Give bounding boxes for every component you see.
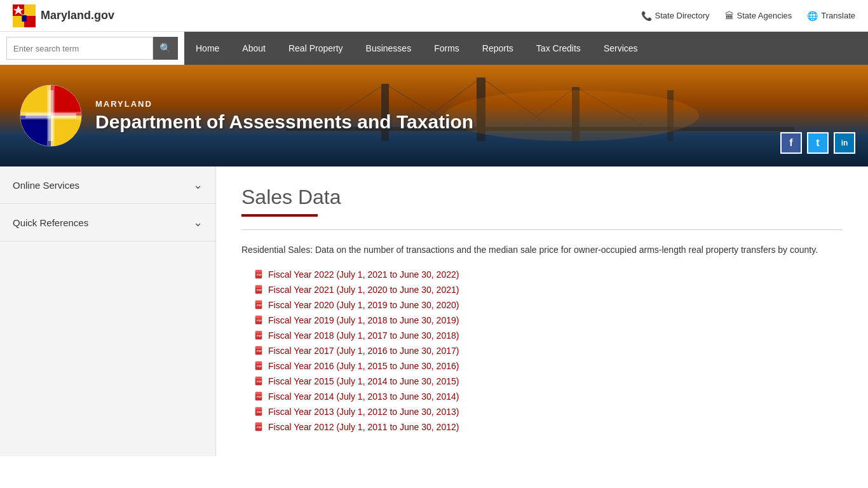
pdf-icon: PDF <box>254 361 264 371</box>
fiscal-year-link-fy2012[interactable]: Fiscal Year 2012 (July 1, 2011 to June 3… <box>268 422 459 432</box>
fiscal-year-link-fy2017[interactable]: Fiscal Year 2017 (July 1, 2016 to June 3… <box>268 346 459 356</box>
pdf-icon: PDF <box>254 285 264 295</box>
list-item: PDF Fiscal Year 2019 (July 1, 2018 to Ju… <box>254 315 843 325</box>
svg-rect-45 <box>255 362 262 364</box>
svg-rect-51 <box>255 392 262 395</box>
svg-rect-42 <box>255 346 262 349</box>
svg-text:PDF: PDF <box>257 273 262 276</box>
fiscal-year-link-fy2022[interactable]: Fiscal Year 2022 (July 1, 2021 to June 3… <box>268 269 459 280</box>
nav-item-real-property[interactable]: Real Property <box>277 32 355 65</box>
list-item: PDF Fiscal Year 2021 (July 1, 2020 to Ju… <box>254 285 843 295</box>
list-item: PDF Fiscal Year 2022 (July 1, 2021 to Ju… <box>254 269 843 280</box>
globe-icon: 🌐 <box>807 11 818 21</box>
fiscal-year-link-fy2015[interactable]: Fiscal Year 2015 (July 1, 2014 to June 3… <box>268 376 459 386</box>
content-area: Sales Data Residential Sales: Data on th… <box>216 166 868 456</box>
svg-rect-33 <box>255 301 262 303</box>
fiscal-year-link-fy2019[interactable]: Fiscal Year 2019 (July 1, 2018 to June 3… <box>268 315 459 325</box>
svg-rect-54 <box>255 407 262 410</box>
nav-item-home[interactable]: Home <box>184 32 231 65</box>
intro-text: Residential Sales: Data on the number of… <box>241 243 843 257</box>
list-item: PDF Fiscal Year 2020 (July 1, 2019 to Ju… <box>254 300 843 310</box>
svg-rect-27 <box>255 270 262 273</box>
svg-text:PDF: PDF <box>257 334 262 337</box>
facebook-icon[interactable]: f <box>780 132 802 154</box>
sidebar-item-quick-references[interactable]: Quick References ⌄ <box>0 204 215 241</box>
fiscal-year-link-fy2020[interactable]: Fiscal Year 2020 (July 1, 2019 to June 3… <box>268 300 459 310</box>
nav-item-services[interactable]: Services <box>592 32 649 65</box>
sidebar-item-online-services[interactable]: Online Services ⌄ <box>0 166 215 204</box>
quick-references-label: Quick References <box>13 217 88 228</box>
search-button[interactable]: 🔍 <box>153 37 178 60</box>
nav-item-about[interactable]: About <box>231 32 277 65</box>
svg-rect-5 <box>22 15 26 22</box>
pdf-icon: PDF <box>254 407 264 417</box>
svg-text:PDF: PDF <box>257 380 262 383</box>
fiscal-year-link-fy2016[interactable]: Fiscal Year 2016 (July 1, 2015 to June 3… <box>268 361 459 371</box>
fiscal-year-link-fy2013[interactable]: Fiscal Year 2013 (July 1, 2012 to June 3… <box>268 407 459 417</box>
search-icon: 🔍 <box>159 43 172 54</box>
state-directory-label: State Directory <box>655 11 710 20</box>
svg-rect-48 <box>255 377 262 379</box>
list-item: PDF Fiscal Year 2018 (July 1, 2017 to Ju… <box>254 330 843 341</box>
maryland-seal-icon <box>19 84 83 147</box>
pdf-icon: PDF <box>254 315 264 325</box>
list-item: PDF Fiscal Year 2016 (July 1, 2015 to Ju… <box>254 361 843 371</box>
pdf-icon: PDF <box>254 300 264 310</box>
pdf-icon: PDF <box>254 391 264 402</box>
chevron-down-icon-2: ⌄ <box>193 215 203 229</box>
nav-item-tax-credits[interactable]: Tax Credits <box>525 32 592 65</box>
nav-item-businesses[interactable]: Businesses <box>355 32 423 65</box>
translate-link[interactable]: 🌐 Translate <box>807 11 855 21</box>
pdf-icon: PDF <box>254 269 264 280</box>
hero-title-area: MARYLAND Department of Assessments and T… <box>95 99 473 133</box>
list-item: PDF Fiscal Year 2014 (July 1, 2013 to Ju… <box>254 391 843 402</box>
chevron-down-icon: ⌄ <box>193 178 203 192</box>
svg-text:PDF: PDF <box>257 410 262 414</box>
fiscal-year-link-fy2018[interactable]: Fiscal Year 2018 (July 1, 2017 to June 3… <box>268 330 459 341</box>
main-content: Online Services ⌄ Quick References ⌄ Sal… <box>0 166 868 456</box>
sidebar: Online Services ⌄ Quick References ⌄ <box>0 166 216 456</box>
state-agencies-link[interactable]: 🏛 State Agencies <box>725 11 792 21</box>
fiscal-year-link-fy2021[interactable]: Fiscal Year 2021 (July 1, 2020 to June 3… <box>268 285 459 295</box>
list-item: PDF Fiscal Year 2012 (July 1, 2011 to Ju… <box>254 422 843 432</box>
twitter-icon[interactable]: t <box>807 132 829 154</box>
svg-text:PDF: PDF <box>257 304 262 307</box>
pdf-icon: PDF <box>254 422 264 432</box>
hero-banner: MARYLAND Department of Assessments and T… <box>0 65 868 166</box>
nav-item-reports[interactable]: Reports <box>471 32 525 65</box>
social-icons-area: f t in <box>780 132 855 154</box>
svg-text:PDF: PDF <box>257 349 262 353</box>
maryland-logo-icon <box>13 4 36 27</box>
phone-icon: 📞 <box>641 11 652 21</box>
fiscal-year-link-fy2014[interactable]: Fiscal Year 2014 (July 1, 2013 to June 3… <box>268 391 459 402</box>
nav-links: Home About Real Property Businesses Form… <box>184 32 868 65</box>
nav-item-forms[interactable]: Forms <box>423 32 471 65</box>
building-icon: 🏛 <box>725 11 734 21</box>
site-logo-text: Maryland.gov <box>41 9 114 22</box>
linkedin-icon[interactable]: in <box>834 132 855 154</box>
svg-rect-36 <box>255 316 262 318</box>
list-item: PDF Fiscal Year 2015 (July 1, 2014 to Ju… <box>254 376 843 386</box>
page-title: Sales Data <box>241 186 843 209</box>
svg-text:PDF: PDF <box>257 426 262 429</box>
nav-bar: 🔍 Home About Real Property Businesses Fo… <box>0 32 868 65</box>
pdf-icon: PDF <box>254 376 264 386</box>
fiscal-year-links-list: PDF Fiscal Year 2022 (July 1, 2021 to Ju… <box>241 269 843 432</box>
online-services-label: Online Services <box>13 180 79 191</box>
top-bar: Maryland.gov 📞 State Directory 🏛 State A… <box>0 0 868 32</box>
translate-label: Translate <box>821 11 855 20</box>
logo-area[interactable]: Maryland.gov <box>13 4 114 27</box>
hero-content: MARYLAND Department of Assessments and T… <box>0 84 492 147</box>
list-item: PDF Fiscal Year 2017 (July 1, 2016 to Ju… <box>254 346 843 356</box>
svg-text:PDF: PDF <box>257 365 262 368</box>
svg-text:PDF: PDF <box>257 319 262 322</box>
svg-rect-2 <box>24 4 36 16</box>
pdf-icon: PDF <box>254 330 264 341</box>
state-directory-link[interactable]: 📞 State Directory <box>641 11 710 21</box>
svg-rect-30 <box>255 285 262 288</box>
hero-state-label: MARYLAND <box>95 99 473 109</box>
top-links-area: 📞 State Directory 🏛 State Agencies 🌐 Tra… <box>641 11 855 21</box>
list-item: PDF Fiscal Year 2013 (July 1, 2012 to Ju… <box>254 407 843 417</box>
content-divider <box>241 229 843 230</box>
search-input[interactable] <box>6 37 153 60</box>
